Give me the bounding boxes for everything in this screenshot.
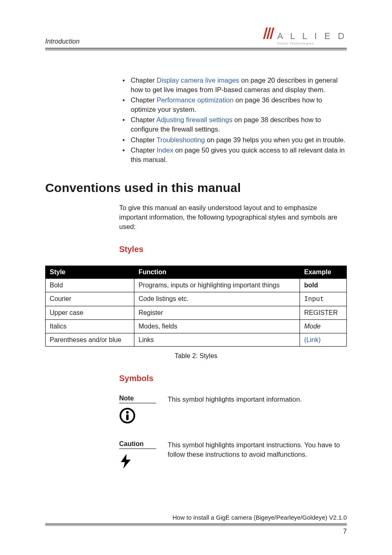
svg-point-1: [126, 411, 129, 414]
chapter-bullet-list: Chapter Display camera live images on pa…: [119, 76, 347, 164]
page-header: Introduction A L L I E D Vision Technolo…: [45, 29, 347, 45]
brand-logo: A L L I E D Vision Technologies: [265, 28, 347, 45]
symbol-note: Note This symbol highlights important in…: [119, 395, 347, 426]
svg-marker-3: [121, 454, 131, 469]
symbol-label: Note: [119, 395, 156, 403]
table-row: Upper caseRegisterREGISTER: [46, 306, 347, 320]
logo-bars-icon: [263, 28, 275, 39]
footer-rule: [45, 523, 347, 526]
col-header: Example: [300, 266, 347, 279]
section-heading: Conventions used in this manual: [45, 181, 347, 195]
list-item: Chapter Troubleshooting on page 39 helps…: [119, 135, 347, 145]
intro-paragraph: To give this manual an easily understood…: [119, 203, 347, 231]
table-row: ItalicsModes, fieldsMode: [46, 319, 347, 333]
xref-link[interactable]: Performance optimization: [157, 96, 233, 104]
list-item: Chapter Index on page 50 gives you quick…: [119, 146, 347, 164]
table-row: CourierCode listings etc.Input: [46, 292, 347, 306]
symbol-caution: Caution This symbol highlights important…: [119, 440, 347, 471]
xref-link[interactable]: Troubleshooting: [157, 136, 205, 143]
col-header: Style: [46, 266, 134, 279]
list-item: Chapter Display camera live images on pa…: [119, 76, 347, 95]
logo-title: A L L I E D: [277, 32, 347, 41]
table-row: BoldPrograms, inputs or highlighting imp…: [46, 279, 347, 292]
running-title: Introduction: [45, 38, 80, 45]
page-number: 7: [45, 528, 347, 535]
col-header: Function: [134, 266, 300, 279]
list-item: Chapter Adjusting firewall settings on p…: [119, 115, 347, 134]
table-caption: Table 2: Styles: [45, 352, 347, 360]
lightning-icon: [119, 453, 132, 469]
page-footer: How to install a GigE camera (Bigeye/Pea…: [45, 514, 347, 535]
svg-rect-2: [126, 414, 129, 420]
symbol-text: This symbol highlights important instruc…: [168, 440, 347, 471]
info-icon: [119, 407, 136, 424]
table-row: Parentheses and/or blueLinks(Link): [46, 333, 347, 347]
xref-link[interactable]: Adjusting firewall settings: [156, 116, 232, 123]
symbols-heading: Symbols: [119, 374, 347, 383]
symbol-label: Caution: [119, 440, 156, 449]
header-rule: [45, 48, 347, 51]
xref-link[interactable]: Display camera live images: [157, 76, 239, 84]
styles-table: Style Function Example BoldPrograms, inp…: [45, 266, 347, 347]
symbol-text: This symbol highlights important informa…: [168, 395, 302, 426]
logo-subtitle: Vision Technologies: [277, 42, 314, 45]
list-item: Chapter Performance optimization on page…: [119, 95, 347, 114]
styles-heading: Styles: [119, 245, 347, 254]
footer-doc-title: How to install a GigE camera (Bigeye/Pea…: [45, 514, 347, 521]
xref-link[interactable]: Index: [157, 146, 173, 154]
